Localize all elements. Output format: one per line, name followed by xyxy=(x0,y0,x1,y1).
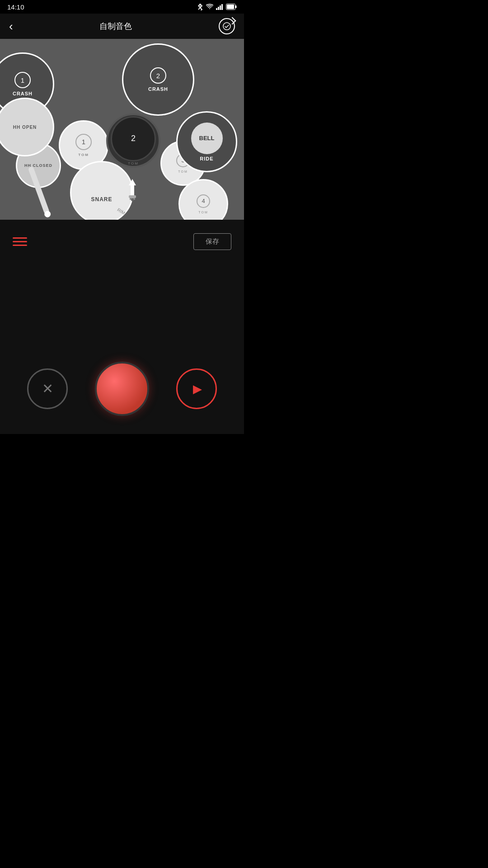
tom4-number: 4 xyxy=(197,194,210,208)
status-time: 14:10 xyxy=(7,3,24,11)
playback-controls: ✕ ▶ xyxy=(0,362,244,416)
menu-line-2 xyxy=(13,241,27,242)
crash2-pad[interactable]: 2 CRASH xyxy=(122,43,194,116)
battery-icon xyxy=(226,4,237,10)
play-button[interactable]: ▶ xyxy=(176,368,217,409)
controls-row: 保存 xyxy=(0,220,244,255)
wifi-icon xyxy=(206,4,213,10)
svg-rect-9 xyxy=(129,195,136,198)
top-nav: ‹ 自制音色 xyxy=(0,14,244,39)
ride-bell-label: BELL xyxy=(191,123,223,154)
tom2-inner: 2 xyxy=(111,116,156,161)
status-icons xyxy=(197,3,237,10)
rim-label: RIM xyxy=(116,207,126,216)
cancel-button[interactable]: ✕ xyxy=(27,368,68,409)
confirm-button[interactable] xyxy=(219,18,235,34)
save-button[interactable]: 保存 xyxy=(193,233,231,250)
drum-kit-area: 1 CRASH 2 CRASH HH OPEN HH CLOSED 1 TOM … xyxy=(0,39,244,220)
svg-rect-1 xyxy=(218,7,219,10)
crash1-label: CRASH xyxy=(13,91,33,96)
bottom-area: 保存 ✕ ▶ xyxy=(0,220,244,434)
tom3-label: TOM xyxy=(178,170,188,173)
snare-label: SNARE xyxy=(91,196,112,203)
svg-rect-6 xyxy=(227,5,234,9)
svg-point-11 xyxy=(131,198,134,201)
hh-stick-tip xyxy=(43,210,52,218)
crash2-number: 2 xyxy=(150,67,166,84)
tom4-label: TOM xyxy=(198,211,208,214)
crash1-number: 1 xyxy=(14,72,31,88)
svg-rect-2 xyxy=(220,5,221,10)
svg-rect-3 xyxy=(221,4,223,10)
check-icon xyxy=(223,22,231,30)
tom2-pad[interactable]: 2 TOM xyxy=(106,113,160,168)
play-icon: ▶ xyxy=(193,382,202,396)
svg-marker-8 xyxy=(129,179,136,195)
tom1-label: TOM xyxy=(78,153,89,157)
menu-line-1 xyxy=(13,237,27,239)
snare-pad[interactable]: SNARE RIM xyxy=(70,161,133,220)
svg-rect-5 xyxy=(235,5,237,8)
hh-closed-label: HH CLOSED xyxy=(24,163,52,168)
menu-button[interactable] xyxy=(13,237,27,246)
ride-pad[interactable]: BELL RIDE xyxy=(176,111,237,172)
signal-icon xyxy=(216,4,223,10)
svg-rect-0 xyxy=(216,8,217,10)
tom2-label: TOM xyxy=(128,161,139,165)
bass-pedal-icon xyxy=(124,179,141,202)
back-button[interactable]: ‹ xyxy=(9,20,13,32)
svg-point-7 xyxy=(223,23,230,30)
bass-pedal[interactable] xyxy=(124,179,141,203)
tom1-number: 1 xyxy=(75,134,92,150)
status-bar: 14:10 xyxy=(0,0,244,14)
cancel-icon: ✕ xyxy=(42,382,53,396)
bluetooth-icon xyxy=(197,3,203,10)
crash2-label: CRASH xyxy=(148,86,168,92)
page-title: 自制音色 xyxy=(99,21,132,32)
menu-line-3 xyxy=(13,245,27,246)
hh-open-label: HH OPEN xyxy=(13,125,37,130)
record-button[interactable] xyxy=(95,362,149,416)
ride-label: RIDE xyxy=(200,156,213,161)
